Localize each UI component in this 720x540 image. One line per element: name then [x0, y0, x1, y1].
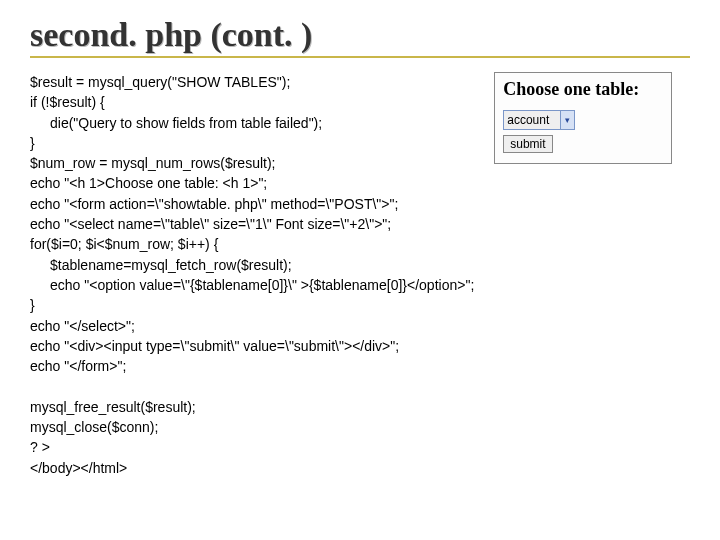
code-line: $num_row = mysql_num_rows($result); [30, 155, 275, 171]
page-title: second. php (cont. ) [30, 16, 690, 54]
submit-button[interactable]: submit [503, 135, 552, 153]
chevron-down-icon[interactable]: ▾ [560, 111, 574, 129]
divider [30, 56, 690, 58]
preview-heading: Choose one table: [503, 79, 663, 100]
table-select[interactable]: account ▾ [503, 110, 575, 130]
code-line: } [30, 135, 35, 151]
code-line: for($i=0; $i<$num_row; $i++) { [30, 236, 218, 252]
code-line: mysql_close($conn); [30, 419, 158, 435]
code-line: echo "<div><input type=\"submit\" value=… [30, 338, 399, 354]
code-line: echo "<form action=\"showtable. php\" me… [30, 196, 398, 212]
code-line: echo "</form>"; [30, 358, 126, 374]
code-line: </body></html> [30, 460, 127, 476]
browser-preview: Choose one table: account ▾ submit [494, 72, 672, 164]
code-line: echo "<select name=\"table\" size=\"1\" … [30, 216, 391, 232]
code-line: if (!$result) { [30, 94, 105, 110]
select-value: account [507, 113, 549, 127]
code-line: ? > [30, 439, 50, 455]
code-line: die("Query to show fields from table fai… [50, 113, 322, 133]
code-line: echo "</select>"; [30, 318, 135, 334]
code-line: $result = mysql_query("SHOW TABLES"); [30, 74, 290, 90]
code-block: $result = mysql_query("SHOW TABLES"); if… [30, 72, 474, 478]
code-line: mysql_free_result($result); [30, 399, 196, 415]
code-line: echo "<h 1>Choose one table: <h 1>"; [30, 175, 267, 191]
code-line: echo "<option value=\"{$tablename[0]}\" … [50, 275, 474, 295]
code-line: $tablename=mysql_fetch_row($result); [50, 255, 292, 275]
code-line: } [30, 297, 35, 313]
